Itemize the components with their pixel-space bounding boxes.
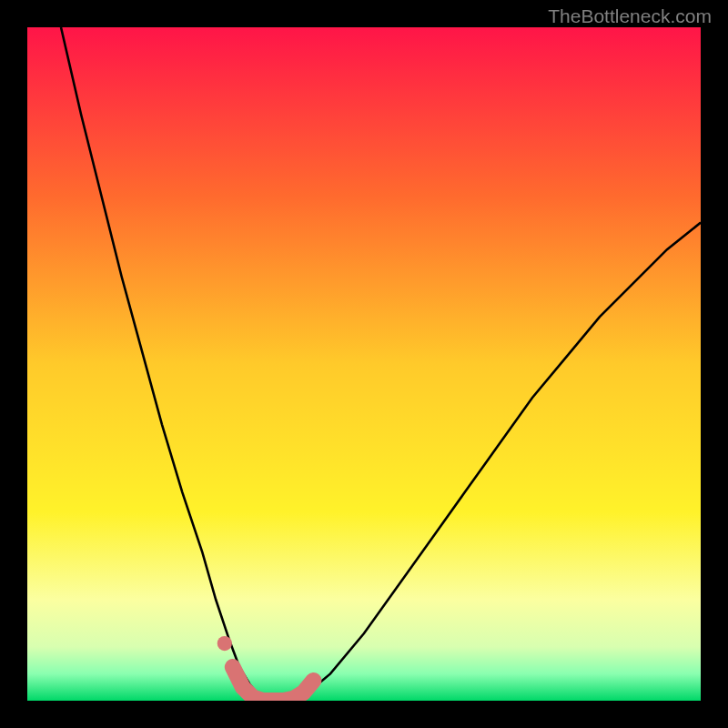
chart-container [27, 27, 701, 701]
gradient-background [27, 27, 701, 701]
watermark-text: TheBottleneck.com [548, 5, 712, 27]
chart-svg [27, 27, 701, 701]
marker-dot-left [217, 636, 232, 651]
